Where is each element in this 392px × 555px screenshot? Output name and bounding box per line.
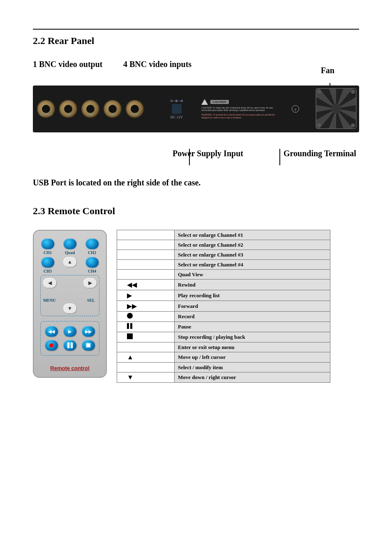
label-power-supply: Power Supply Input bbox=[173, 149, 267, 158]
remote-btn-down[interactable]: ▼ bbox=[63, 303, 76, 313]
remote-control-image: CH1 Quad CH2 ▲ CH3 CH4 ◀ ▶ ▼ MENU SEL bbox=[33, 230, 107, 378]
remote-btn-ch1[interactable] bbox=[41, 238, 54, 249]
table-icon-cell bbox=[117, 363, 175, 372]
remote-btn-quad[interactable] bbox=[63, 238, 76, 249]
remote-btn-record[interactable] bbox=[45, 340, 58, 351]
caution-text: CAUTION: To reduce the risk of electrica… bbox=[201, 106, 284, 112]
table-row: ▼Move down / right cursor bbox=[117, 372, 330, 383]
remote-btn-stop[interactable] bbox=[82, 340, 95, 351]
remote-btn-rewind[interactable]: ◀◀ bbox=[45, 326, 58, 337]
table-icon-cell: ▶ bbox=[117, 290, 175, 301]
table-icon-cell: ◀◀ bbox=[117, 280, 175, 290]
table-row: Pause bbox=[117, 322, 330, 332]
warning-text: WARNING: To prevent fire or shock hazard… bbox=[201, 113, 284, 119]
table-row: Record bbox=[117, 312, 330, 322]
remote-btn-play[interactable]: ▶ bbox=[63, 326, 76, 337]
section-title-rear-panel: 2.2 Rear Panel bbox=[33, 35, 359, 46]
bnc-ch1: CH1 bbox=[59, 100, 77, 118]
remote-transport-box: ◀◀ ▶ ▶▶ bbox=[40, 321, 99, 356]
table-desc-cell: Select or enlarge Channel #3 bbox=[175, 250, 330, 260]
table-desc-cell: Forward bbox=[175, 301, 330, 312]
table-row: Enter or exit setup menu bbox=[117, 342, 330, 352]
table-icon-cell: ▲ bbox=[117, 352, 175, 363]
down-arrow-icon: ▼ bbox=[127, 374, 134, 381]
up-arrow-icon: ▲ bbox=[127, 354, 134, 361]
dc-power-jack: ⊖─⋐─⊕ DC 12V bbox=[164, 99, 189, 119]
rewind-icon: ◀◀ bbox=[127, 281, 137, 288]
table-icon-cell: ▼ bbox=[117, 372, 175, 383]
bnc-ch1-label: CH1 bbox=[59, 113, 77, 116]
table-row: ▶Play recording list bbox=[117, 290, 330, 301]
remote-label-sel: SEL bbox=[87, 298, 95, 303]
dc-label: DC 12V bbox=[164, 115, 189, 119]
remote-btn-left[interactable]: ◀ bbox=[43, 278, 56, 288]
table-desc-cell: Stop recording / playing back bbox=[175, 332, 330, 342]
bnc-video-output: VIDEO OUTPUT bbox=[37, 100, 55, 118]
remote-btn-ch3[interactable] bbox=[41, 257, 54, 268]
ground-terminal-icon: ⏚ bbox=[292, 105, 299, 113]
bnc-ch2: CH2 bbox=[81, 100, 99, 118]
label-ground-terminal: Grounding Terminal bbox=[267, 149, 359, 158]
fan-grill bbox=[316, 88, 357, 129]
table-row: Quad View bbox=[117, 270, 330, 280]
remote-btn-ch2[interactable] bbox=[85, 238, 99, 249]
remote-dpad: ◀ ▶ ▼ MENU SEL bbox=[40, 275, 99, 316]
label-fan: Fan bbox=[321, 66, 334, 75]
section-title-remote-control: 2.3 Remote Control bbox=[33, 206, 359, 217]
caution-triangle-icon bbox=[201, 99, 208, 105]
stop-icon bbox=[127, 333, 133, 339]
table-icon-cell: ▶▶ bbox=[117, 301, 175, 312]
table-icon-cell bbox=[117, 312, 175, 322]
table-desc-cell: Enter or exit setup menu bbox=[175, 342, 330, 352]
table-desc-cell: Quad View bbox=[175, 270, 330, 280]
table-icon-cell bbox=[117, 332, 175, 342]
bnc-ch4: CH4 bbox=[126, 100, 144, 118]
table-icon-cell bbox=[117, 322, 175, 332]
table-row: Select or enlarge Channel #1 bbox=[117, 230, 330, 240]
remote-label-ch3: CH3 bbox=[40, 269, 55, 273]
table-row: ▲Move up / left cursor bbox=[117, 352, 330, 363]
table-desc-cell: Select or enlarge Channel #2 bbox=[175, 240, 330, 250]
table-desc-cell: Select or enlarge Channel #1 bbox=[175, 230, 330, 240]
table-icon-cell bbox=[117, 270, 175, 280]
usb-port-note: USB Port is located on the right side of… bbox=[33, 178, 359, 187]
remote-label-ch4: CH4 bbox=[85, 269, 99, 273]
table-desc-cell: Play recording list bbox=[175, 290, 330, 301]
bnc-ch2-label: CH2 bbox=[81, 113, 99, 116]
table-desc-cell: Select / modify item bbox=[175, 363, 330, 372]
table-row: ▶▶Forward bbox=[117, 301, 330, 312]
table-icon-cell bbox=[117, 250, 175, 260]
caution-badge: CAUTION bbox=[210, 100, 229, 104]
forward-icon: ▶▶ bbox=[127, 303, 137, 310]
remote-footer-label: Remote control bbox=[39, 365, 101, 371]
table-row: Stop recording / playing back bbox=[117, 332, 330, 342]
warning-label-block: CAUTION CAUTION: To reduce the risk of e… bbox=[201, 99, 284, 119]
label-bnc-inputs: 4 BNC video inputs bbox=[123, 60, 214, 69]
remote-label-quad: Quad bbox=[62, 250, 77, 255]
table-desc-cell: Pause bbox=[175, 322, 330, 332]
record-icon bbox=[127, 313, 133, 319]
remote-btn-forward[interactable]: ▶▶ bbox=[82, 326, 95, 337]
remote-btn-up[interactable]: ▲ bbox=[63, 257, 76, 267]
table-desc-cell: Move up / left cursor bbox=[175, 352, 330, 363]
bnc-ch4-label: CH4 bbox=[126, 113, 144, 116]
play-icon: ▶ bbox=[127, 292, 132, 299]
remote-btn-ch4[interactable] bbox=[85, 257, 99, 268]
remote-btn-pause[interactable] bbox=[63, 340, 76, 351]
table-row: Select or enlarge Channel #3 bbox=[117, 250, 330, 260]
label-bnc-output: 1 BNC video output bbox=[33, 60, 123, 69]
remote-btn-right[interactable]: ▶ bbox=[83, 278, 97, 288]
table-row: Select or enlarge Channel #2 bbox=[117, 240, 330, 250]
table-icon-cell bbox=[117, 230, 175, 240]
table-row: Select / modify item bbox=[117, 363, 330, 372]
bnc-ch3: CH3 bbox=[104, 100, 122, 118]
table-icon-cell bbox=[117, 260, 175, 270]
bnc-out-label: VIDEO OUTPUT bbox=[37, 109, 55, 116]
table-desc-cell: Move down / right cursor bbox=[175, 372, 330, 383]
table-row: Select or enlarge Channel #4 bbox=[117, 260, 330, 270]
table-desc-cell: Record bbox=[175, 312, 330, 322]
table-icon-cell bbox=[117, 240, 175, 250]
table-desc-cell: Select or enlarge Channel #4 bbox=[175, 260, 330, 270]
bnc-ch3-label: CH3 bbox=[104, 113, 122, 116]
table-row: ◀◀Rewind bbox=[117, 280, 330, 290]
